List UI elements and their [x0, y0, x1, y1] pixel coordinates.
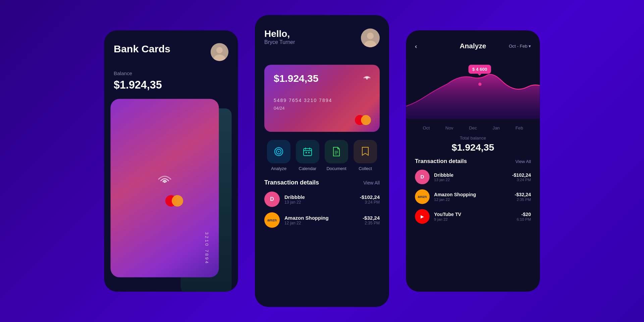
- card-wifi-icon: [157, 170, 173, 185]
- center-top-section: Hello, Bryce Turner: [255, 15, 389, 65]
- amazon-icon: amzn: [264, 212, 280, 228]
- analyze-button[interactable]: Analyze: [267, 140, 290, 171]
- trans-date: 9 jan 22: [434, 217, 512, 221]
- collect-label: Collect: [359, 166, 372, 171]
- svg-rect-11: [304, 149, 312, 156]
- analyze-chart: $ 4 600: [406, 55, 540, 125]
- balance-amount: $1.924,35: [114, 79, 228, 91]
- collect-button[interactable]: Collect: [354, 140, 377, 171]
- trans-date: 13 jan 22: [434, 177, 507, 182]
- trans-name: YouTube TV: [434, 212, 512, 217]
- document-label: Document: [326, 166, 346, 171]
- trans-name: Amazon Shopping: [284, 215, 358, 221]
- greeting-block: Hello, Bryce Turner: [264, 29, 295, 45]
- trans-time: 2:35 PM: [515, 197, 531, 202]
- transaction-row: D Dribbble 13 jan 22 -$102,24 3:24 PM: [415, 170, 531, 184]
- right-balance-section: Total balance $1.924,35: [406, 136, 540, 158]
- svg-point-1: [216, 47, 223, 53]
- document-icon: [325, 140, 348, 163]
- dribbble-icon: D: [415, 170, 430, 184]
- right-phone-header: ‹ Analyze Oct - Feb ▾: [406, 31, 540, 55]
- transaction-row: D Dribbble 13 jan 22 -$102,24 3:24 PM: [264, 192, 380, 207]
- mastercard-logo: [165, 195, 183, 206]
- analyze-page-title: Analyze: [460, 42, 486, 50]
- trans-date: 12 jan 22: [434, 197, 510, 202]
- left-phone-header: Bank Cards: [114, 43, 228, 61]
- trans-name: Dribbble: [434, 172, 507, 177]
- month-nov: Nov: [445, 125, 453, 130]
- hello-text: Hello,: [264, 29, 295, 39]
- document-button[interactable]: Document: [325, 140, 348, 171]
- balance-label: Balance: [114, 70, 228, 76]
- transaction-info: Amazon Shopping 12 jan 22: [284, 215, 358, 225]
- trans-amount-block: -$102,24 3:24 PM: [360, 194, 380, 205]
- cards-stack: 3210 7894: [114, 99, 228, 258]
- trans-value: -$32,24: [363, 215, 380, 221]
- collect-icon: [354, 140, 377, 163]
- month-dec: Dec: [469, 125, 477, 130]
- right-transactions-header: Transaction details View All: [415, 158, 531, 165]
- back-button[interactable]: ‹: [415, 42, 417, 50]
- total-balance-label: Total balance: [415, 136, 531, 141]
- svg-rect-16: [308, 152, 310, 153]
- dribbble-icon: D: [264, 192, 280, 207]
- amazon-icon: amzn: [415, 190, 430, 204]
- date-range-text: Oct - Feb: [509, 43, 527, 48]
- trans-time: 3:24 PM: [512, 177, 531, 182]
- transaction-info: Amazon Shopping 12 jan 22: [434, 192, 510, 202]
- trans-amount-block: -$32,24 2:35 PM: [363, 215, 380, 225]
- transaction-info: YouTube TV 9 jan 22: [434, 212, 512, 221]
- card-number-vertical: 3210 7894: [204, 232, 209, 265]
- center-transactions-header: Transaction details View All: [264, 179, 380, 186]
- calendar-button[interactable]: Calendar: [296, 140, 319, 171]
- right-view-all[interactable]: View All: [516, 159, 531, 164]
- transaction-info: Dribbble 13 jan 22: [284, 194, 355, 205]
- trans-value: -$102,24: [512, 172, 531, 177]
- avatar: [211, 43, 228, 61]
- svg-point-3: [164, 181, 166, 182]
- transaction-row: amzn Amazon Shopping 12 jan 22 -$32,24 2…: [264, 212, 380, 228]
- mastercard-small: [355, 115, 372, 125]
- svg-point-10: [278, 151, 279, 152]
- right-transaction-title: Transaction details: [415, 158, 467, 165]
- trans-value: -$102,24: [360, 194, 380, 200]
- trans-value: -$32,24: [515, 192, 531, 197]
- trans-date: 12 jan 22: [284, 221, 358, 225]
- chart-months: Oct Nov Dec Jan Feb: [406, 125, 540, 130]
- chart-dot: [478, 83, 482, 86]
- trans-amount-block: -$20 6:10 PM: [517, 212, 531, 221]
- date-range-selector[interactable]: Oct - Feb ▾: [509, 43, 531, 48]
- center-transaction-title: Transaction details: [264, 179, 319, 186]
- center-view-all[interactable]: View All: [363, 180, 380, 185]
- center-transactions: Transaction details View All D Dribbble …: [255, 179, 389, 307]
- center-avatar: [361, 29, 380, 47]
- trans-name: Dribbble: [284, 194, 355, 200]
- svg-rect-15: [306, 152, 307, 153]
- chart-tooltip: $ 4 600: [469, 65, 491, 74]
- chevron-down-icon: ▾: [529, 43, 531, 48]
- month-feb: Feb: [516, 125, 523, 130]
- calendar-label: Calendar: [299, 166, 317, 171]
- month-jan: Jan: [492, 125, 499, 130]
- trans-value: -$20: [517, 212, 531, 217]
- trans-amount-block: -$102,24 3:24 PM: [512, 172, 531, 182]
- card-main[interactable]: 3210 7894: [111, 99, 219, 277]
- trans-name: Amazon Shopping: [434, 192, 510, 197]
- trans-time: 2:35 PM: [363, 221, 380, 225]
- right-phone: ‹ Analyze Oct - Feb ▾: [406, 31, 540, 292]
- analyze-icon: [267, 140, 290, 163]
- transaction-row: amzn Amazon Shopping 12 jan 22 -$32,24 2…: [415, 190, 531, 204]
- calendar-icon: [296, 140, 319, 163]
- center-phone: Hello, Bryce Turner $1.924,35 5489 76: [255, 15, 389, 307]
- month-oct: Oct: [423, 125, 430, 130]
- left-phone: Bank Cards Balance $1.924,35: [104, 31, 238, 292]
- card-expiry: 04/24: [274, 106, 370, 111]
- action-buttons: Analyze Calendar: [255, 140, 389, 179]
- trans-time: 3:24 PM: [360, 200, 380, 205]
- bank-card[interactable]: $1.924,35 5489 7654 3210 7894 04/24: [264, 65, 380, 132]
- card-number: 5489 7654 3210 7894: [274, 98, 370, 103]
- user-name: Bryce Turner: [264, 39, 295, 45]
- right-transactions: Transaction details View All D Dribbble …: [406, 158, 540, 292]
- svg-point-7: [366, 78, 368, 79]
- trans-amount-block: -$32,24 2:35 PM: [515, 192, 531, 202]
